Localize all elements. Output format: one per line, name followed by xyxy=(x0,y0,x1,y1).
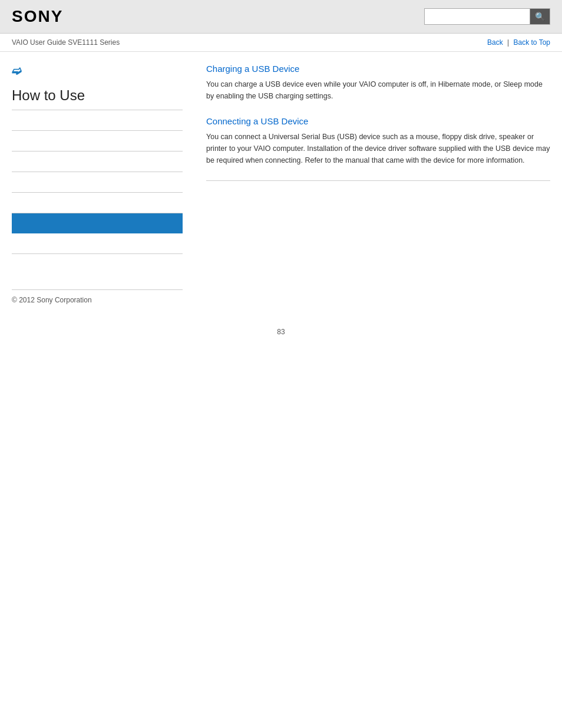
guide-title: VAIO User Guide SVE1111 Series xyxy=(12,38,120,47)
content-divider xyxy=(206,180,550,181)
page-header: SONY 🔍 xyxy=(0,0,562,34)
sub-header: VAIO User Guide SVE1111 Series Back | Ba… xyxy=(0,34,562,52)
copyright-text: © 2012 Sony Corporation xyxy=(12,289,183,304)
search-icon: 🔍 xyxy=(535,12,545,21)
main-container: ➫ How to Use xyxy=(0,52,562,266)
sidebar-nav-link-highlighted[interactable] xyxy=(16,219,178,228)
sidebar-nav xyxy=(12,110,183,254)
sidebar-nav-link-5[interactable] xyxy=(12,199,183,207)
charging-usb-section: Charging a USB Device You can charge a U… xyxy=(206,64,550,102)
sidebar-nav-item-highlighted[interactable] xyxy=(12,213,183,233)
search-input[interactable] xyxy=(424,8,530,25)
sidebar: ➫ How to Use xyxy=(12,64,194,254)
sidebar-nav-link-7[interactable] xyxy=(12,239,183,248)
sidebar-nav-item-7[interactable] xyxy=(12,233,183,254)
sidebar-section-title: How to Use xyxy=(12,87,183,110)
sidebar-nav-link-4[interactable] xyxy=(12,178,183,186)
sidebar-nav-item-4[interactable] xyxy=(12,172,183,193)
page-footer: © 2012 Sony Corporation xyxy=(0,278,562,316)
content-area: Charging a USB Device You can charge a U… xyxy=(194,64,550,254)
search-box: 🔍 xyxy=(424,8,550,25)
back-to-top-link[interactable]: Back to Top xyxy=(514,38,550,47)
connecting-usb-link[interactable]: Connecting a USB Device xyxy=(206,116,308,126)
search-button[interactable]: 🔍 xyxy=(530,8,550,25)
sony-logo: SONY xyxy=(12,7,63,26)
charging-usb-body: You can charge a USB device even while y… xyxy=(206,78,550,102)
sidebar-nav-link-1[interactable] xyxy=(12,116,183,124)
sidebar-nav-item-5[interactable] xyxy=(12,193,183,213)
sidebar-nav-link-3[interactable] xyxy=(12,157,183,166)
chevron-right-icon: ➫ xyxy=(12,64,183,78)
sidebar-nav-item-1[interactable] xyxy=(12,110,183,131)
sidebar-nav-item-3[interactable] xyxy=(12,151,183,172)
page-number: 83 xyxy=(0,316,562,348)
sidebar-nav-link-2[interactable] xyxy=(12,137,183,145)
connecting-usb-title: Connecting a USB Device xyxy=(206,116,550,126)
connecting-usb-section: Connecting a USB Device You can connect … xyxy=(206,116,550,166)
charging-usb-title: Charging a USB Device xyxy=(206,64,550,74)
nav-links: Back | Back to Top xyxy=(487,38,550,47)
sidebar-nav-item-2[interactable] xyxy=(12,131,183,151)
connecting-usb-body: You can connect a Universal Serial Bus (… xyxy=(206,131,550,166)
nav-separator: | xyxy=(507,38,509,47)
charging-usb-link[interactable]: Charging a USB Device xyxy=(206,64,299,74)
back-link[interactable]: Back xyxy=(487,38,503,47)
